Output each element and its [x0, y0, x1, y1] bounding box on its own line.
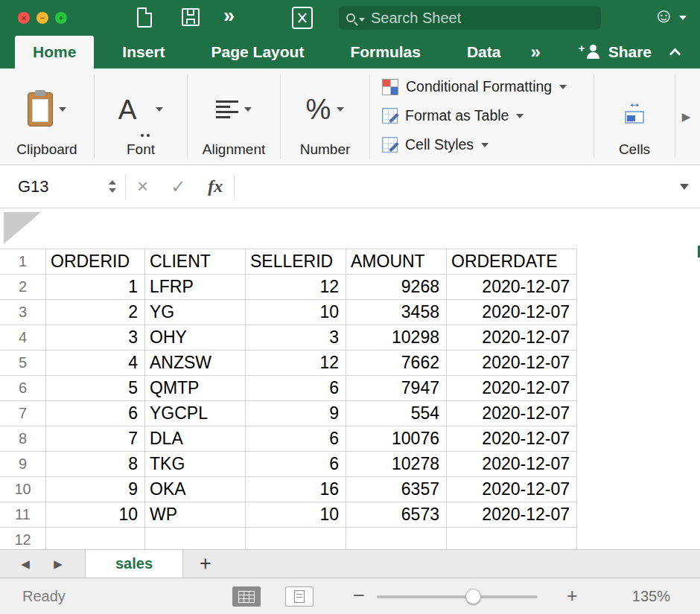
- cell[interactable]: 3: [46, 325, 145, 351]
- tab-formulas[interactable]: Formulas: [332, 36, 439, 68]
- alignment-group[interactable]: Alignment: [188, 68, 280, 164]
- conditional-formatting-button[interactable]: Conditional Formatting: [382, 78, 594, 95]
- zoom-in-button[interactable]: +: [567, 585, 578, 607]
- cell[interactable]: CLIENT: [145, 249, 246, 275]
- row-header[interactable]: 4: [0, 325, 46, 351]
- cell[interactable]: OHY: [145, 325, 246, 351]
- cell[interactable]: 6: [46, 401, 145, 426]
- cell[interactable]: AMOUNT: [346, 249, 447, 275]
- cell[interactable]: 7: [46, 426, 145, 452]
- tab-home[interactable]: Home: [15, 36, 94, 68]
- cell[interactable]: 8: [46, 452, 145, 477]
- insert-function-button[interactable]: fx: [197, 176, 234, 196]
- cell[interactable]: 10: [46, 502, 145, 528]
- cell[interactable]: DLA: [145, 426, 246, 452]
- tab-data[interactable]: Data: [449, 36, 519, 68]
- search-input[interactable]: Search Sheet: [339, 6, 601, 30]
- clipboard-group[interactable]: Clipboard: [0, 68, 94, 164]
- cell-styles-button[interactable]: Cell Styles: [382, 136, 594, 153]
- feedback-menu[interactable]: ☺: [653, 6, 687, 26]
- cell[interactable]: 2020-12-07: [447, 477, 577, 502]
- collapse-ribbon-icon[interactable]: [669, 48, 681, 60]
- number-group[interactable]: % Number: [281, 68, 369, 164]
- row-header[interactable]: 3: [0, 300, 46, 325]
- row-header[interactable]: 2: [0, 275, 46, 300]
- cell[interactable]: SELLERID: [246, 249, 346, 275]
- row-header[interactable]: 6: [0, 376, 46, 401]
- cell[interactable]: 554: [346, 401, 447, 426]
- cell[interactable]: 2020-12-07: [447, 376, 577, 401]
- cell[interactable]: YG: [145, 300, 246, 325]
- cell[interactable]: LFRP: [145, 275, 246, 300]
- cell[interactable]: WP: [145, 502, 246, 528]
- cells-group[interactable]: ↔ Cells: [594, 68, 675, 164]
- minimize-window-button[interactable]: −: [36, 12, 48, 24]
- cell[interactable]: [145, 528, 246, 549]
- cell[interactable]: YGCPL: [145, 401, 246, 426]
- cell[interactable]: TKG: [145, 452, 246, 477]
- row-header[interactable]: 9: [0, 452, 46, 477]
- cell[interactable]: 6: [246, 376, 346, 401]
- new-workbook-icon[interactable]: [137, 7, 152, 28]
- sheet-tab-sales[interactable]: sales: [85, 550, 183, 578]
- tab-page-layout[interactable]: Page Layout: [194, 36, 322, 68]
- cell[interactable]: 6357: [346, 477, 447, 502]
- cell[interactable]: 6: [246, 426, 346, 452]
- row-header[interactable]: 11: [0, 502, 46, 528]
- cell[interactable]: 10278: [346, 452, 447, 477]
- cell[interactable]: [346, 528, 447, 549]
- cell[interactable]: 12: [246, 351, 346, 376]
- cell[interactable]: 6573: [346, 502, 447, 528]
- zoom-out-button[interactable]: −: [353, 584, 365, 607]
- normal-view-button[interactable]: [232, 586, 261, 607]
- tabs-overflow-icon[interactable]: »: [530, 36, 540, 68]
- cancel-entry-button[interactable]: ×: [126, 175, 159, 198]
- next-sheet-button[interactable]: ▶: [42, 550, 74, 578]
- cell[interactable]: 16: [246, 477, 346, 502]
- cell[interactable]: 2: [46, 300, 145, 325]
- zoom-slider[interactable]: [377, 595, 538, 598]
- row-header[interactable]: 7: [0, 401, 46, 426]
- cell[interactable]: 2020-12-07: [447, 325, 577, 351]
- cell[interactable]: [447, 528, 577, 549]
- cell[interactable]: 2020-12-07: [447, 401, 577, 426]
- add-sheet-button[interactable]: +: [183, 550, 228, 578]
- cell[interactable]: 2020-12-07: [447, 452, 577, 477]
- cell[interactable]: ANZSW: [145, 351, 246, 376]
- cell[interactable]: 9: [246, 401, 346, 426]
- cell[interactable]: 3458: [346, 300, 447, 325]
- close-window-button[interactable]: ×: [18, 12, 30, 24]
- zoom-slider-thumb[interactable]: [465, 589, 481, 604]
- page-layout-view-button[interactable]: [285, 586, 314, 607]
- cell[interactable]: ORDERID: [46, 249, 145, 275]
- cell[interactable]: ORDERDATE: [447, 249, 577, 275]
- cell[interactable]: 2020-12-07: [447, 502, 577, 528]
- cell[interactable]: QMTP: [145, 376, 246, 401]
- cell[interactable]: 7947: [346, 376, 447, 401]
- cell[interactable]: 1: [46, 275, 145, 300]
- cell[interactable]: 2020-12-07: [447, 275, 577, 300]
- cell[interactable]: 12: [246, 275, 346, 300]
- format-as-table-button[interactable]: Format as Table: [382, 107, 594, 124]
- cell[interactable]: 9268: [346, 275, 447, 300]
- cell[interactable]: [46, 528, 145, 549]
- save-icon[interactable]: [182, 8, 200, 26]
- previous-sheet-button[interactable]: ◀: [9, 550, 42, 578]
- font-group[interactable]: A Font: [95, 68, 187, 164]
- toolbar-overflow-icon[interactable]: »: [223, 4, 235, 28]
- cell[interactable]: OKA: [145, 477, 246, 502]
- name-box-stepper[interactable]: [109, 180, 116, 193]
- confirm-entry-button[interactable]: ✓: [159, 176, 197, 197]
- row-header[interactable]: 1: [0, 249, 46, 275]
- name-box[interactable]: G13: [0, 165, 125, 208]
- cell[interactable]: [246, 528, 346, 549]
- row-header[interactable]: 10: [0, 477, 46, 502]
- cell[interactable]: 9: [46, 477, 145, 502]
- share-button[interactable]: + Share: [585, 36, 652, 68]
- zoom-window-button[interactable]: +: [55, 12, 67, 24]
- cell[interactable]: 2020-12-07: [447, 300, 577, 325]
- zoom-level[interactable]: 135%: [632, 588, 670, 605]
- cell[interactable]: 4: [46, 351, 145, 376]
- cell[interactable]: 6: [246, 452, 346, 477]
- row-header[interactable]: 12: [0, 528, 46, 549]
